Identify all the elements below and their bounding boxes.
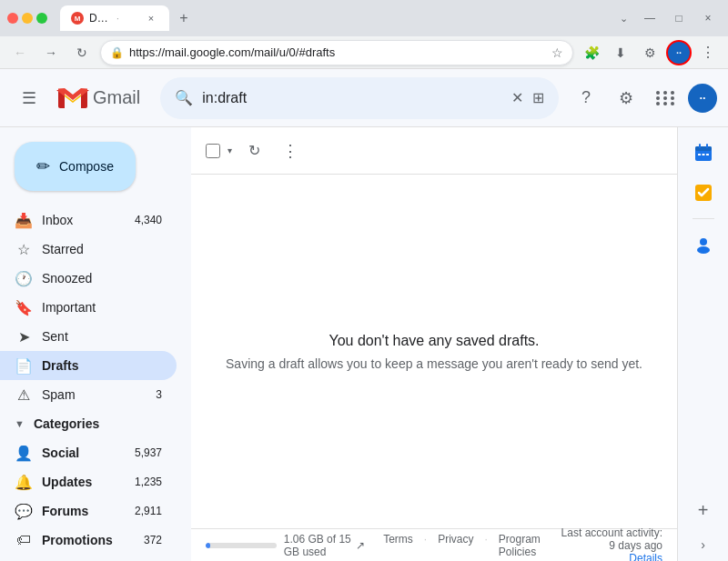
profile-button[interactable]: ··: [666, 40, 692, 65]
updates-icon: 🔔: [15, 474, 33, 491]
sidebar-label-updates: Updates: [42, 475, 126, 489]
contacts-button[interactable]: [685, 226, 722, 263]
sidebar-item-starred[interactable]: ☆ Starred: [0, 235, 177, 264]
extensions-button[interactable]: 🧩: [579, 40, 604, 65]
url-bar[interactable]: 🔒 https://mail.google.com/mail/u/0/#draf…: [100, 40, 573, 65]
browser-toolbar-icons: 🧩 ⬇ ⚙ ·· ⋮: [579, 40, 721, 65]
storage-link-icon[interactable]: ↗: [356, 539, 365, 552]
inbox-icon: 📥: [15, 212, 33, 229]
sidebar-count-spam: 3: [156, 388, 162, 401]
sidebar-item-updates[interactable]: 🔔 Updates 1,235: [0, 467, 177, 496]
close-window-button[interactable]: ×: [695, 5, 721, 31]
search-options-icon[interactable]: ⊞: [532, 89, 544, 106]
sidebar-expand-button[interactable]: ›: [694, 536, 713, 554]
content-footer: 1.06 GB of 15 GB used ↗ Terms · Privacy …: [191, 528, 677, 561]
minimize-button[interactable]: [22, 13, 33, 24]
compose-label: Compose: [59, 159, 114, 174]
sidebar-item-drafts[interactable]: 📄 Drafts: [0, 351, 177, 380]
tasks-button[interactable]: [685, 175, 722, 211]
sidebar-item-sent[interactable]: ➤ Sent: [0, 322, 177, 351]
privacy-link[interactable]: Privacy: [438, 533, 473, 558]
right-sidebar: + ›: [677, 127, 728, 561]
gmail-logo-text: Gmail: [93, 87, 140, 108]
sidebar-count-promotions: 372: [144, 534, 162, 546]
sidebar-item-social[interactable]: 👤 Social 5,937: [0, 438, 177, 467]
sidebar: ✏ Compose 📥 Inbox 4,340 ☆ Starred 🕐 Snoo…: [0, 127, 191, 561]
gmail-header: ☰ Gmail 🔍 ✕ ⊞ ? ⚙: [0, 69, 728, 127]
apps-button[interactable]: [648, 80, 684, 116]
search-clear-icon[interactable]: ✕: [511, 89, 523, 106]
svg-rect-5: [702, 154, 704, 155]
back-button[interactable]: ←: [7, 40, 33, 65]
social-icon: 👤: [15, 445, 33, 462]
sidebar-item-snoozed[interactable]: 🕐 Snoozed: [0, 264, 177, 293]
tab-favicon: M: [71, 12, 84, 25]
window-controls: [7, 13, 47, 24]
details-link[interactable]: Details: [629, 552, 662, 562]
categories-more-item[interactable]: ▼ More: [0, 555, 191, 561]
sidebar-count-forums: 2,911: [135, 505, 162, 517]
sidebar-count-updates: 1,235: [135, 476, 162, 488]
sidebar-label-drafts: Drafts: [42, 358, 162, 373]
forward-button[interactable]: →: [38, 40, 64, 65]
sidebar-item-spam[interactable]: ⚠ Spam 3: [0, 380, 177, 409]
search-bar[interactable]: 🔍 ✕ ⊞: [160, 77, 559, 119]
sidebar-label-sent: Sent: [42, 329, 162, 344]
content-area: ▾ ↻ ⋮ You don't have any saved drafts. S…: [191, 127, 677, 561]
active-tab[interactable]: M Drafts · ×: [60, 5, 169, 31]
storage-bar: [206, 543, 277, 548]
activity-text: Last account activity: 9 days ago: [561, 526, 662, 552]
search-input[interactable]: [202, 90, 502, 106]
tab-overflow[interactable]: ⌄: [614, 11, 633, 26]
reload-button[interactable]: ↻: [69, 40, 95, 65]
compose-button[interactable]: ✏ Compose: [15, 142, 136, 191]
browser-menu-button[interactable]: ⋮: [695, 40, 721, 65]
sync-button[interactable]: ⚙: [637, 40, 662, 65]
sidebar-item-inbox[interactable]: 📥 Inbox 4,340: [0, 205, 177, 235]
starred-icon: ☆: [15, 241, 33, 258]
storage-fill: [206, 543, 210, 548]
content-toolbar: ▾ ↻ ⋮: [191, 127, 677, 175]
maximize-button[interactable]: [36, 13, 47, 24]
categories-header[interactable]: ▼ Categories: [0, 409, 191, 438]
sidebar-item-promotions[interactable]: 🏷 Promotions 372: [0, 526, 177, 555]
bookmark-star-icon[interactable]: ☆: [551, 45, 563, 60]
minimize-window-button[interactable]: —: [637, 5, 662, 31]
sidebar-count-inbox: 4,340: [135, 214, 162, 226]
gmail-logo: Gmail: [56, 85, 140, 110]
svg-rect-2: [699, 144, 701, 148]
help-button[interactable]: ?: [568, 80, 604, 116]
tab-close-button[interactable]: ×: [144, 11, 158, 25]
sidebar-label-important: Important: [42, 300, 162, 315]
more-options-button[interactable]: ⋮: [276, 136, 305, 165]
address-bar: ← → ↻ 🔒 https://mail.google.com/mail/u/0…: [0, 36, 728, 69]
downloads-button[interactable]: ⬇: [608, 40, 633, 65]
settings-button[interactable]: ⚙: [608, 80, 644, 116]
svg-rect-3: [706, 144, 708, 148]
lock-icon: 🔒: [110, 46, 124, 59]
new-tab-button[interactable]: +: [173, 7, 195, 29]
sidebar-item-forums[interactable]: 💬 Forums 2,911: [0, 496, 177, 526]
spam-icon: ⚠: [15, 386, 33, 404]
close-button[interactable]: [7, 13, 18, 24]
svg-rect-6: [706, 154, 709, 155]
sidebar-item-important[interactable]: 🔖 Important: [0, 293, 177, 322]
drafts-icon: 📄: [15, 357, 33, 375]
add-app-button[interactable]: +: [685, 492, 722, 528]
svg-point-9: [697, 246, 710, 254]
refresh-button[interactable]: ↻: [239, 136, 268, 165]
compose-icon: ✏: [36, 156, 50, 176]
sidebar-label-inbox: Inbox: [42, 213, 126, 227]
hamburger-menu-button[interactable]: ☰: [11, 80, 47, 116]
select-all-checkbox[interactable]: [206, 144, 220, 158]
search-icon: 🔍: [175, 89, 193, 106]
restore-window-button[interactable]: □: [666, 5, 692, 31]
select-dropdown-arrow[interactable]: ▾: [228, 145, 232, 155]
categories-label: Categories: [34, 416, 99, 431]
user-avatar[interactable]: ··: [688, 84, 717, 113]
program-policies-link[interactable]: Program Policies: [499, 533, 541, 558]
calendar-button[interactable]: [685, 135, 722, 171]
tasks-icon: [693, 183, 713, 203]
tab-title-suffix: ·: [116, 14, 138, 24]
terms-link[interactable]: Terms: [383, 533, 413, 558]
